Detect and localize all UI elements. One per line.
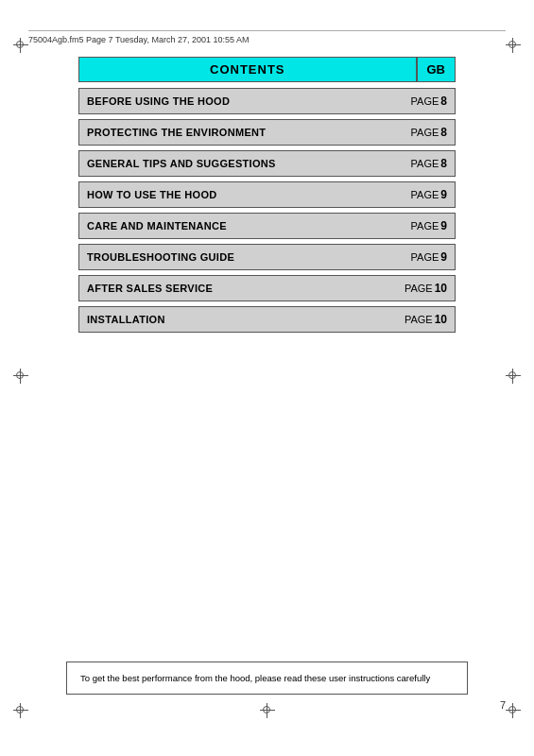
contents-gb-label: GB — [416, 58, 456, 81]
toc-row: AFTER SALES SERVICEPAGE 10 — [78, 275, 456, 301]
crosshair-top-left — [13, 38, 28, 53]
toc-row: CARE AND MAINTENANCEPAGE 9 — [78, 213, 456, 239]
toc-item-page: PAGE 10 — [397, 277, 455, 300]
toc-page-number: 8 — [440, 157, 447, 170]
bottom-note: To get the best performance from the hoo… — [66, 662, 468, 695]
toc-item-page: PAGE 8 — [404, 121, 455, 144]
toc-page-number: 8 — [440, 94, 447, 108]
toc-page-number: 10 — [435, 282, 447, 295]
contents-title: CONTENTS — [79, 58, 416, 81]
toc-item-label: GENERAL TIPS AND SUGGESTIONS — [79, 153, 404, 174]
toc-page-text: PAGE — [405, 314, 433, 325]
toc-item-label: PROTECTING THE ENVIRONMENT — [79, 122, 404, 143]
main-content: CONTENTS GB BEFORE USING THE HOODPAGE 8P… — [78, 57, 456, 337]
toc-row: GENERAL TIPS AND SUGGESTIONSPAGE 8 — [78, 150, 456, 177]
toc-item-page: PAGE 8 — [404, 152, 455, 175]
toc-item-label: AFTER SALES SERVICE — [79, 278, 397, 299]
toc-page-text: PAGE — [411, 220, 439, 232]
toc-page-number: 9 — [440, 219, 447, 232]
crosshair-bottom-center — [260, 703, 275, 718]
toc-item-page: PAGE 9 — [404, 183, 455, 206]
toc-row: PROTECTING THE ENVIRONMENTPAGE 8 — [78, 119, 456, 146]
toc-page-text: PAGE — [411, 95, 439, 107]
toc-page-number: 9 — [440, 250, 447, 264]
toc-item-label: INSTALLATION — [79, 309, 397, 330]
header-bar: 75004Agb.fm5 Page 7 Tuesday, March 27, 2… — [28, 30, 506, 44]
toc-item-page: PAGE 9 — [404, 246, 455, 268]
toc-item-label: CARE AND MAINTENANCE — [79, 215, 404, 236]
contents-title-row: CONTENTS GB — [78, 57, 456, 82]
toc-row: BEFORE USING THE HOODPAGE 8 — [78, 88, 456, 114]
file-info: 75004Agb.fm5 Page 7 Tuesday, March 27, 2… — [28, 35, 250, 44]
toc-item-page: PAGE 9 — [404, 215, 455, 237]
toc-item-label: HOW TO USE THE HOOD — [79, 184, 404, 205]
toc-page-text: PAGE — [411, 251, 439, 263]
crosshair-mid-left — [13, 369, 28, 384]
toc-page-number: 10 — [435, 313, 447, 326]
toc-item-label: TROUBLESHOOTING GUIDE — [79, 247, 404, 267]
page-number: 7 — [500, 699, 506, 711]
toc-row: TROUBLESHOOTING GUIDEPAGE 9 — [78, 244, 456, 270]
toc-page-number: 8 — [440, 126, 447, 139]
toc-item-label: BEFORE USING THE HOOD — [79, 91, 404, 112]
toc-row: INSTALLATIONPAGE 10 — [78, 306, 456, 333]
toc-row: HOW TO USE THE HOODPAGE 9 — [78, 181, 456, 208]
toc-page-text: PAGE — [405, 283, 433, 294]
crosshair-bottom-right — [506, 703, 521, 718]
toc-list: BEFORE USING THE HOODPAGE 8PROTECTING TH… — [78, 88, 456, 333]
toc-page-text: PAGE — [411, 127, 439, 138]
page-container: 75004Agb.fm5 Page 7 Tuesday, March 27, 2… — [0, 0, 534, 756]
crosshair-bottom-left — [13, 703, 28, 718]
toc-page-text: PAGE — [411, 189, 439, 200]
toc-page-number: 9 — [440, 188, 447, 201]
crosshair-mid-right — [506, 369, 521, 384]
crosshair-top-right — [506, 38, 521, 53]
toc-page-text: PAGE — [411, 158, 439, 169]
toc-item-page: PAGE 10 — [397, 308, 455, 331]
toc-item-page: PAGE 8 — [404, 90, 455, 112]
